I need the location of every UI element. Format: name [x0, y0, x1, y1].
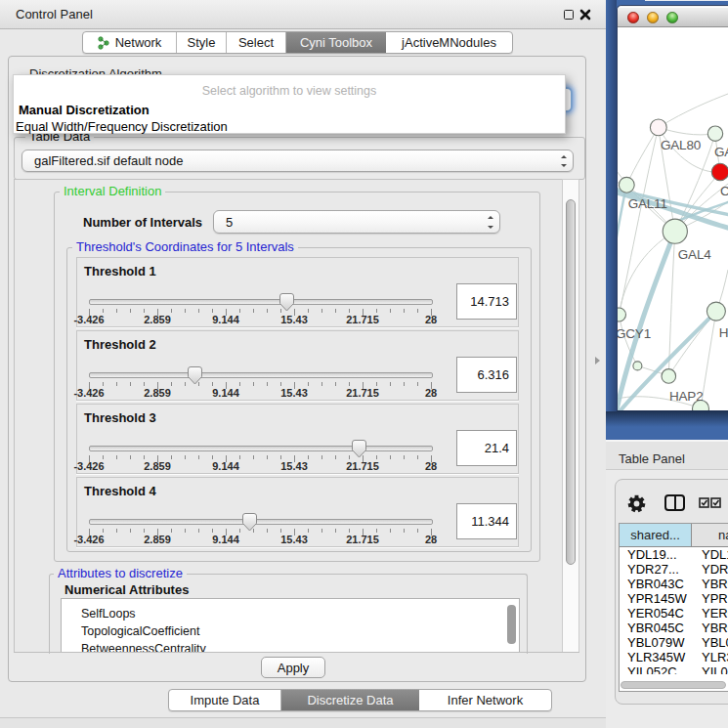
svg-text:GA: GA	[714, 145, 728, 159]
svg-text:HAP2: HAP2	[669, 389, 703, 404]
svg-text:GAL11: GAL11	[628, 196, 667, 211]
svg-text:H: H	[719, 325, 728, 340]
svg-text:GAL4: GAL4	[678, 247, 711, 262]
svg-text:C: C	[720, 184, 728, 198]
svg-text:GAL80: GAL80	[661, 138, 701, 152]
svg-text:GCY1: GCY1	[618, 326, 651, 341]
